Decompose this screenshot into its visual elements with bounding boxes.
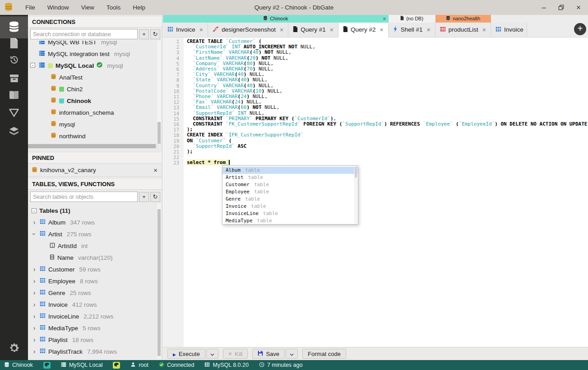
execute-dropdown-button[interactable] [206,349,218,359]
rail-archive-button[interactable] [0,71,28,87]
tab[interactable]: Invoice [491,23,527,37]
add-table-button[interactable]: + [139,192,149,202]
status-item[interactable]: MySQL 8.0.20 [204,362,248,369]
tab-group-header[interactable]: Chinook× [163,15,389,23]
status-item[interactable]: 7 minutes ago [259,362,303,369]
tab[interactable]: Query #1× [288,23,338,37]
autocomplete-item[interactable]: InvoiceLinetable [222,210,358,217]
tab[interactable]: Shell #1× [389,23,435,37]
connection-item[interactable]: MySQL WB TESTmysql [28,41,162,48]
status-item[interactable]: Chinook [4,362,33,369]
status-item[interactable]: MySQL Local [61,362,103,369]
rail-settings-button[interactable] [0,341,28,356]
menu-file[interactable]: File [25,4,35,11]
connection-item[interactable]: information_schema [28,107,162,118]
autocomplete-item[interactable]: Artisttable [222,174,358,181]
menu-tools[interactable]: Tools [106,4,121,11]
close-tab-button[interactable]: × [380,26,383,33]
color-theme-chip[interactable] [43,362,51,369]
table-item[interactable]: ›Customer59 rows [28,263,162,275]
color-theme-chip[interactable] [113,362,120,369]
menu-window[interactable]: Window [47,4,69,11]
autocomplete-item[interactable]: Invoicetable [222,203,358,210]
rail-databases-button[interactable] [0,16,28,38]
tables-vertical-scrollbar[interactable] [157,204,161,359]
autocomplete-item[interactable]: Albumtable [222,167,358,174]
close-tab-button[interactable]: × [330,26,333,33]
expand-caret-icon[interactable]: › [32,337,37,343]
unpin-button[interactable]: × [153,166,157,174]
execute-button[interactable]: ▶Execute [167,349,205,359]
table-item[interactable]: ›Genre25 rows [28,287,162,299]
rail-plugins-button[interactable] [0,125,28,140]
rail-files-button[interactable] [0,36,28,52]
table-item[interactable]: ›Playlist18 rows [28,334,162,346]
autocomplete-item[interactable]: Customertable [222,181,358,188]
sql-editor[interactable]: 1CREATE TABLE `Customer` (2 `CustomerId`… [163,37,588,347]
tables-root-item[interactable]: -Tables (11) [28,205,162,216]
connections-horizontal-scrollbar[interactable] [28,144,157,149]
save-button[interactable]: Save [252,349,285,359]
refresh-connections-button[interactable]: ↻ [150,29,160,39]
connections-search-input[interactable] [30,29,138,39]
tables-search-input[interactable] [30,192,138,202]
table-item[interactable]: ›InvoiceLine2,212 rows [28,310,162,322]
close-tab-button[interactable]: × [426,26,430,33]
status-item[interactable]: Connected [159,362,194,369]
close-group-button[interactable]: × [383,15,386,22]
column-item[interactable]: 1ArtistIdint [28,240,162,252]
tab[interactable]: designerScreenshot× [208,23,288,37]
expand-caret-icon[interactable]: › [32,278,37,284]
rail-history-button[interactable] [0,53,28,68]
connections-vertical-scrollbar[interactable] [157,41,161,144]
save-dropdown-button[interactable] [286,349,298,359]
tab[interactable]: Invoice× [163,23,208,37]
table-item[interactable]: ›Invoice412 rows [28,299,162,310]
table-item[interactable]: ›PlaylistTrack7,994 rows [28,346,162,357]
connection-item[interactable]: Chinook [28,95,162,107]
table-item[interactable]: ›Employee8 rows [28,275,162,287]
autocomplete-scrollbar[interactable] [354,166,357,224]
menu-help[interactable]: Help [133,4,145,11]
format-code-button[interactable]: Format code [302,349,346,359]
expand-caret-icon[interactable]: › [32,301,37,308]
table-item[interactable]: ›Artist275 rows [28,228,162,240]
restore-button[interactable] [558,5,564,10]
tab[interactable]: Query #2× [338,23,389,37]
tab-group-header[interactable]: nano2health [435,15,491,23]
add-connection-button[interactable]: + [139,29,149,39]
table-item[interactable]: ›Album347 rows [28,216,162,228]
expand-caret-icon[interactable]: › [32,325,37,331]
close-tab-button[interactable]: × [482,26,486,33]
expand-caret-icon[interactable]: › [31,231,37,237]
status-item[interactable] [113,362,120,369]
expand-caret-icon[interactable]: › [32,348,37,355]
autocomplete-item[interactable]: Employeetable [222,188,358,196]
refresh-tables-button[interactable]: ↻ [150,192,160,202]
collapse-toggle-icon[interactable]: - [32,208,37,213]
connection-item[interactable]: Chin2 [28,83,162,95]
autocomplete-item[interactable]: Genretable [222,196,358,203]
autocomplete-item[interactable]: MediaTypetable [222,217,358,225]
expand-caret-icon[interactable]: › [32,219,37,225]
expand-caret-icon[interactable]: › [32,290,37,296]
expand-caret-icon[interactable]: › [32,313,37,319]
status-item[interactable] [43,362,51,369]
close-tab-button[interactable]: × [280,26,283,33]
menu-view[interactable]: View [81,4,94,11]
close-tab-button[interactable]: × [199,26,203,33]
tab-group-header[interactable] [491,15,527,23]
column-item[interactable]: Namevarchar(120) [28,252,162,263]
status-item[interactable]: root [130,362,148,369]
connection-item[interactable]: -MySQL Localmysql [28,60,162,71]
pinned-item[interactable]: knihovna_v2_canary× [28,164,162,177]
tab-group-header[interactable]: (no DB) [389,15,435,23]
connection-item[interactable]: MySQL integration testmysql [28,48,162,60]
tab[interactable]: productList× [435,23,491,37]
rail-filters-button[interactable] [0,106,28,122]
connection-item[interactable]: AnalTest [28,71,162,83]
kill-button[interactable]: ×Kill [223,349,248,359]
collapse-toggle-icon[interactable]: - [30,63,35,68]
rail-reference-button[interactable] [0,88,28,103]
new-tab-button[interactable]: + [574,23,586,35]
